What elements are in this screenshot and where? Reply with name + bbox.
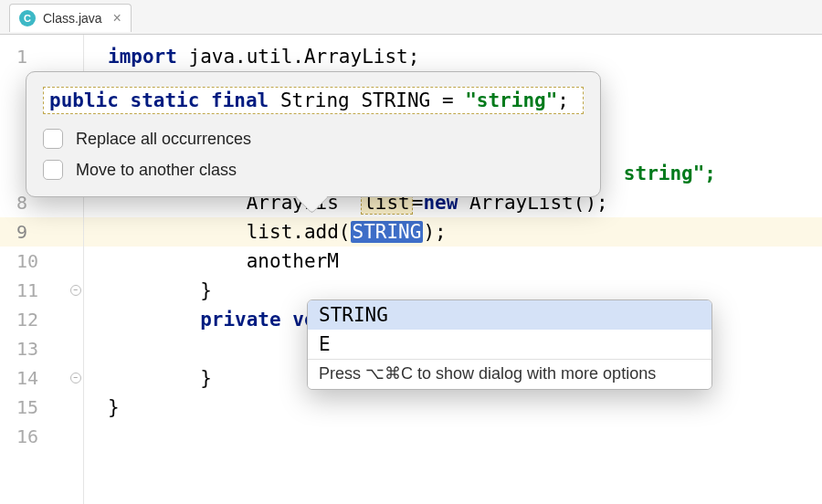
class-file-icon: C bbox=[19, 10, 36, 26]
completion-item[interactable]: E bbox=[308, 330, 711, 359]
close-icon[interactable]: × bbox=[113, 11, 121, 26]
tab-bar: C Class.java × bbox=[0, 0, 822, 35]
tab-label: Class.java bbox=[43, 11, 102, 26]
completion-popup: STRINGEPress ⌥⌘C to show dialog with mor… bbox=[307, 299, 712, 390]
checkbox-replace-all[interactable] bbox=[43, 129, 63, 149]
line-number: 14− bbox=[0, 363, 83, 393]
line-number: 11− bbox=[0, 276, 83, 305]
extract-preview: public static final String STRING = "str… bbox=[43, 87, 584, 114]
completion-hint: Press ⌥⌘C to show dialog with more optio… bbox=[308, 359, 711, 389]
completion-item[interactable]: STRING bbox=[308, 300, 711, 330]
fold-icon[interactable]: − bbox=[70, 285, 81, 296]
replace-all-row[interactable]: Replace all occurrences bbox=[43, 129, 584, 149]
move-class-row[interactable]: Move to another class bbox=[43, 160, 584, 180]
code-line: import java.util.ArrayList; bbox=[84, 42, 822, 71]
code-line bbox=[84, 422, 822, 451]
editor-tab[interactable]: C Class.java × bbox=[9, 4, 132, 32]
line-number: 9 bbox=[0, 217, 83, 247]
code-line: } bbox=[84, 393, 822, 422]
line-number: 13 bbox=[0, 334, 83, 363]
extract-constant-popup: public static final String STRING = "str… bbox=[26, 71, 601, 197]
checkbox-move-class[interactable] bbox=[43, 160, 63, 180]
line-number: 15 bbox=[0, 393, 83, 422]
line-number: 12 bbox=[0, 305, 83, 334]
code-line: anotherM bbox=[84, 247, 822, 276]
line-number: 1 bbox=[0, 42, 83, 71]
line-number: 16 bbox=[0, 422, 83, 451]
line-number: 10 bbox=[0, 247, 83, 276]
move-class-label: Move to another class bbox=[76, 161, 237, 180]
code-line-current: list.add(STRING); bbox=[84, 217, 822, 247]
selection: STRING bbox=[351, 221, 424, 243]
replace-all-label: Replace all occurrences bbox=[76, 130, 251, 149]
fold-icon[interactable]: − bbox=[70, 373, 81, 383]
